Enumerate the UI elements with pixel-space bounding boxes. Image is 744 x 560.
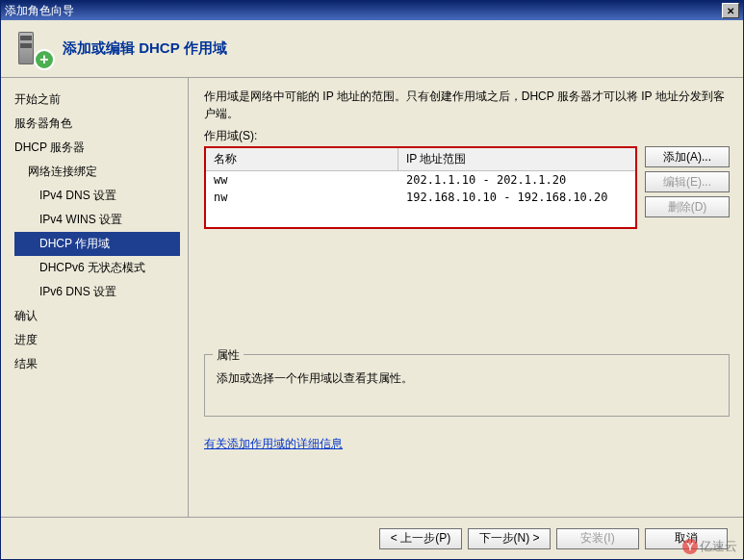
sidebar-item-progress[interactable]: 进度 (14, 328, 188, 352)
wizard-body: 开始之前 服务器角色 DHCP 服务器 网络连接绑定 IPv4 DNS 设置 I… (1, 78, 743, 517)
description-text: 作用域是网络中可能的 IP 地址的范围。只有创建作用域之后，DHCP 服务器才可… (204, 88, 730, 122)
sidebar-item-network-binding[interactable]: 网络连接绑定 (14, 160, 188, 184)
properties-legend: 属性 (213, 347, 244, 364)
table-row[interactable]: nw 192.168.10.10 - 192.168.10.20 (206, 189, 635, 206)
sidebar-item-dhcp-server[interactable]: DHCP 服务器 (14, 136, 188, 160)
install-button: 安装(I) (556, 528, 639, 549)
sidebar-item-server-roles[interactable]: 服务器角色 (14, 112, 188, 136)
scope-button-column: 添加(A)... 编辑(E)... 删除(D) (645, 146, 730, 229)
edit-scope-button: 编辑(E)... (645, 171, 730, 192)
add-scope-button[interactable]: 添加(A)... (645, 146, 730, 167)
sidebar-item-results[interactable]: 结果 (14, 352, 188, 376)
col-header-name[interactable]: 名称 (206, 148, 398, 170)
cell-range: 192.168.10.10 - 192.168.10.20 (398, 189, 635, 206)
prev-button[interactable]: < 上一步(P) (379, 528, 462, 549)
window-title: 添加角色向导 (5, 3, 722, 19)
cell-range: 202.1.1.10 - 202.1.1.20 (398, 171, 635, 189)
next-button[interactable]: 下一步(N) > (468, 528, 551, 549)
wizard-window: 添加角色向导 ✕ + 添加或编辑 DHCP 作用域 开始之前 服务器角色 DHC… (0, 0, 744, 560)
table-row[interactable]: ww 202.1.1.10 - 202.1.1.20 (206, 171, 635, 189)
col-header-range[interactable]: IP 地址范围 (398, 148, 635, 170)
sidebar-item-dhcpv6-stateless[interactable]: DHCPv6 无状态模式 (14, 256, 188, 280)
cell-name: nw (206, 189, 398, 206)
titlebar: 添加角色向导 ✕ (1, 1, 743, 20)
scopes-label: 作用域(S): (204, 128, 730, 144)
scopes-table[interactable]: 名称 IP 地址范围 ww 202.1.1.10 - 202.1.1.20 nw… (204, 146, 637, 229)
sidebar-item-dhcp-scopes[interactable]: DHCP 作用域 (14, 232, 180, 256)
wizard-footer: < 上一步(P) 下一步(N) > 安装(I) 取消 (1, 517, 743, 559)
cell-name: ww (206, 171, 398, 189)
sidebar-item-ipv4-dns[interactable]: IPv4 DNS 设置 (14, 184, 188, 208)
sidebar-item-before-begin[interactable]: 开始之前 (14, 88, 188, 112)
delete-scope-button: 删除(D) (645, 196, 730, 217)
properties-hint: 添加或选择一个作用域以查看其属性。 (217, 370, 717, 387)
help-link[interactable]: 有关添加作用域的详细信息 (204, 436, 730, 452)
cancel-button[interactable]: 取消 (645, 528, 728, 549)
sidebar: 开始之前 服务器角色 DHCP 服务器 网络连接绑定 IPv4 DNS 设置 I… (1, 78, 189, 517)
page-title: 添加或编辑 DHCP 作用域 (63, 39, 227, 58)
server-plus-icon: + (14, 30, 53, 68)
table-header-row: 名称 IP 地址范围 (206, 148, 635, 171)
wizard-header: + 添加或编辑 DHCP 作用域 (1, 20, 743, 78)
close-button[interactable]: ✕ (722, 3, 739, 18)
sidebar-item-ipv6-dns[interactable]: IPv6 DNS 设置 (14, 280, 188, 304)
properties-group: 属性 添加或选择一个作用域以查看其属性。 (204, 354, 730, 417)
sidebar-item-ipv4-wins[interactable]: IPv4 WINS 设置 (14, 208, 188, 232)
scopes-area: 名称 IP 地址范围 ww 202.1.1.10 - 202.1.1.20 nw… (204, 146, 730, 229)
main-pane: 作用域是网络中可能的 IP 地址的范围。只有创建作用域之后，DHCP 服务器才可… (189, 78, 743, 517)
sidebar-item-confirm[interactable]: 确认 (14, 304, 188, 328)
